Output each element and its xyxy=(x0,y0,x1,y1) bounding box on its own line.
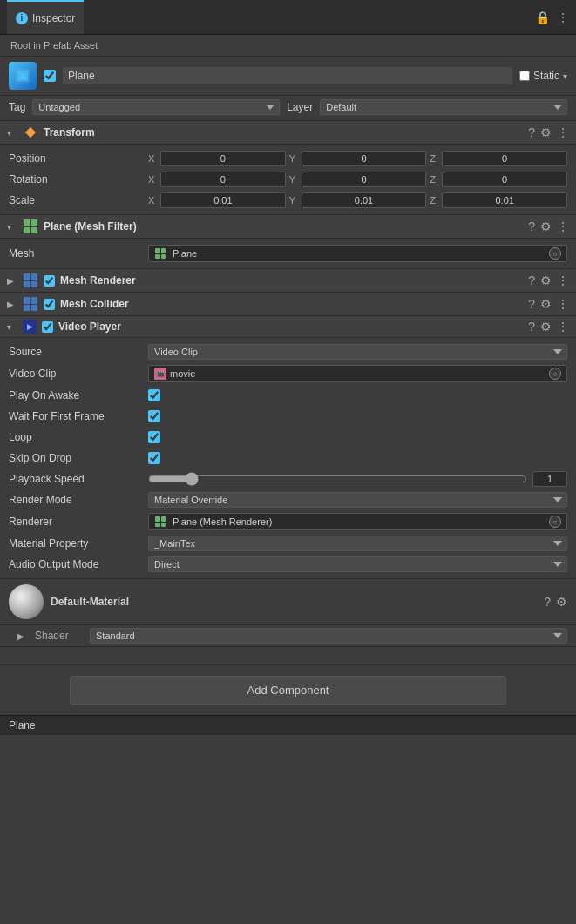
rot-z-label: Z xyxy=(430,174,440,185)
shader-row: ▶ Shader Standard xyxy=(0,625,576,647)
mesh-filter-settings-icon[interactable]: ⚙ xyxy=(540,219,552,233)
scale-x-input[interactable] xyxy=(160,192,286,208)
renderer-target-icon[interactable]: ○ xyxy=(549,516,561,528)
mesh-collider-menu-icon[interactable]: ⋮ xyxy=(557,297,569,311)
playback-speed-value xyxy=(148,471,567,487)
mesh-renderer-help-icon[interactable]: ? xyxy=(528,273,535,287)
audio-output-select[interactable]: Direct xyxy=(148,556,567,572)
pos-y-input[interactable] xyxy=(302,151,427,166)
object-icon xyxy=(9,62,37,90)
bottom-bar-label: Plane xyxy=(9,719,36,732)
mesh-collider-settings-icon[interactable]: ⚙ xyxy=(540,297,552,311)
layer-select[interactable]: Default xyxy=(320,99,567,115)
video-clip-field[interactable]: 🎬 movie ○ xyxy=(148,365,567,382)
rot-x-input[interactable] xyxy=(160,172,286,187)
mesh-renderer-menu-icon[interactable]: ⋮ xyxy=(557,273,569,287)
mesh-filter-menu-icon[interactable]: ⋮ xyxy=(557,219,569,233)
source-value: Video Clip xyxy=(148,344,567,360)
video-player-arrow: ▾ xyxy=(7,322,17,332)
mesh-collider-arrow: ▶ xyxy=(7,300,17,309)
transform-settings-icon[interactable]: ⚙ xyxy=(540,125,552,139)
playback-speed-slider[interactable] xyxy=(148,472,527,486)
object-active-checkbox[interactable] xyxy=(44,70,56,82)
scale-y-input[interactable] xyxy=(302,192,427,208)
skip-on-drop-checkbox[interactable] xyxy=(148,452,160,464)
inspector-tab[interactable]: i Inspector xyxy=(7,0,84,34)
material-settings-icon[interactable]: ⚙ xyxy=(556,595,567,609)
mesh-collider-checkbox[interactable] xyxy=(44,299,55,310)
playback-speed-label: Playback Speed xyxy=(9,473,148,485)
video-player-help-icon[interactable]: ? xyxy=(528,320,535,334)
play-on-awake-checkbox[interactable] xyxy=(148,389,160,401)
object-name-input[interactable] xyxy=(63,67,512,84)
rot-z-input[interactable] xyxy=(442,172,567,187)
wait-first-frame-value xyxy=(148,410,567,422)
material-section: Default-Material ? ⚙ xyxy=(0,579,576,625)
static-dropdown-arrow[interactable]: ▾ xyxy=(563,71,567,81)
material-property-value: _MainTex xyxy=(148,536,567,551)
static-checkbox[interactable] xyxy=(519,71,530,81)
material-actions: ? ⚙ xyxy=(544,595,567,609)
tab-title: Inspector xyxy=(32,12,75,24)
renderer-row: Renderer Plane (Mesh Renderer) ○ xyxy=(0,510,576,533)
add-component-button[interactable]: Add Component xyxy=(70,676,506,705)
shader-arrow[interactable]: ▶ xyxy=(17,631,28,641)
tag-layer-row: Tag Untagged Layer Default xyxy=(0,96,576,121)
mesh-collider-actions: ? ⚙ ⋮ xyxy=(528,297,569,311)
transform-help-icon[interactable]: ? xyxy=(528,125,535,139)
mesh-renderer-settings-icon[interactable]: ⚙ xyxy=(540,273,552,287)
video-player-menu-icon[interactable]: ⋮ xyxy=(557,320,569,334)
video-clip-row: Video Clip 🎬 movie ○ xyxy=(0,362,576,385)
mesh-renderer-title: Mesh Renderer xyxy=(60,274,523,287)
scale-x-label: X xyxy=(148,195,159,206)
mesh-collider-section-header[interactable]: ▶ Mesh Collider ? ⚙ ⋮ xyxy=(0,293,576,316)
material-name: Default-Material xyxy=(51,596,537,608)
transform-menu-icon[interactable]: ⋮ xyxy=(557,125,569,139)
video-clip-target-icon[interactable]: ○ xyxy=(549,368,561,380)
video-player-section-header[interactable]: ▾ ▶ Video Player ? ⚙ ⋮ xyxy=(0,316,576,338)
mesh-target-icon[interactable]: ○ xyxy=(549,247,561,260)
mesh-renderer-checkbox[interactable] xyxy=(44,275,55,287)
renderer-field[interactable]: Plane (Mesh Renderer) ○ xyxy=(148,513,567,530)
wait-first-frame-checkbox[interactable] xyxy=(148,410,160,422)
mesh-filter-help-icon[interactable]: ? xyxy=(528,219,535,233)
transform-section-header[interactable]: ▾ Transform ? ⚙ ⋮ xyxy=(0,121,576,145)
video-player-actions: ? ⚙ ⋮ xyxy=(528,320,569,334)
mesh-field[interactable]: Plane ○ xyxy=(148,245,567,262)
renderer-label: Renderer xyxy=(9,516,148,528)
scale-z-input[interactable] xyxy=(442,192,567,208)
mesh-field-value: Plane xyxy=(173,248,197,259)
transform-arrow: ▾ xyxy=(7,128,17,138)
loop-checkbox[interactable] xyxy=(148,431,160,443)
material-help-icon[interactable]: ? xyxy=(544,595,551,609)
material-property-select[interactable]: _MainTex xyxy=(148,536,567,551)
mesh-filter-section-header[interactable]: ▾ Plane (Mesh Filter) ? ⚙ ⋮ xyxy=(0,215,576,239)
position-label: Position xyxy=(9,152,148,165)
mesh-value-container: Plane ○ xyxy=(148,245,567,262)
pos-x-label: X xyxy=(148,153,159,164)
scale-label: Scale xyxy=(9,194,148,206)
menu-icon[interactable]: ⋮ xyxy=(557,10,569,24)
play-on-awake-value xyxy=(148,389,567,401)
rot-y-input[interactable] xyxy=(302,172,427,187)
source-select[interactable]: Video Clip xyxy=(148,344,567,360)
tag-select[interactable]: Untagged xyxy=(32,99,280,115)
lock-icon[interactable]: 🔒 xyxy=(535,10,550,24)
loop-row: Loop xyxy=(0,427,576,448)
pos-x-input[interactable] xyxy=(160,151,286,166)
mesh-collider-title: Mesh Collider xyxy=(60,298,523,310)
mesh-renderer-section-header[interactable]: ▶ Mesh Renderer ? ⚙ ⋮ xyxy=(0,269,576,293)
pos-z-input[interactable] xyxy=(442,151,567,166)
playback-speed-input[interactable] xyxy=(532,471,567,487)
transform-title: Transform xyxy=(44,126,523,138)
video-player-body: Source Video Clip Video Clip 🎬 movie ○ P… xyxy=(0,338,576,579)
static-row: Static ▾ xyxy=(519,70,567,82)
video-player-checkbox[interactable] xyxy=(42,321,53,333)
video-player-settings-icon[interactable]: ⚙ xyxy=(540,320,552,334)
render-mode-select[interactable]: Material Override xyxy=(148,492,567,508)
mesh-collider-help-icon[interactable]: ? xyxy=(528,297,535,311)
skip-on-drop-label: Skip On Drop xyxy=(9,452,148,464)
mesh-row: Mesh Plane ○ xyxy=(0,242,576,265)
shader-select[interactable]: Standard xyxy=(90,628,567,644)
renderer-icon xyxy=(154,516,166,528)
